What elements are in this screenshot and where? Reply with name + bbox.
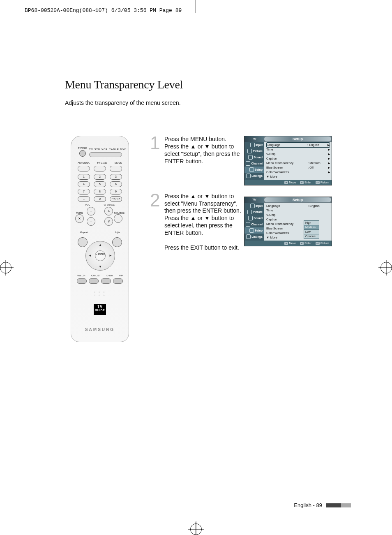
- num-2: 2: [94, 174, 106, 180]
- pip-button: [113, 278, 123, 284]
- osd-pane: Language: English▶Time▶V-Chip▶Caption▶Me…: [264, 142, 332, 180]
- osd-menu-row: Color Weakness▶: [266, 170, 330, 174]
- page-number: English - 89: [294, 502, 322, 508]
- osd-side-item: Sound: [244, 154, 264, 160]
- osd-side-item: Setup: [244, 167, 264, 173]
- osd-title: Setup: [264, 197, 331, 202]
- transparency-option: Opaque: [304, 234, 319, 239]
- transparency-options: HighMediumLowOpaque: [304, 221, 319, 239]
- step-number: 1: [150, 132, 160, 155]
- manual-page: BP68-00520A-00Eng(088~107) 6/3/05 3:56 P…: [0, 0, 392, 535]
- crop-mark: [196, 0, 196, 13]
- osd-tv-badge: TV: [244, 197, 264, 203]
- osd-sidebar: InputPictureSoundChannelSetupListings: [244, 142, 264, 180]
- num-7: 7: [78, 189, 90, 195]
- source-button-icon: [114, 214, 122, 223]
- brand-logo: SAMSUNG: [71, 327, 129, 332]
- pip-label: PIP: [119, 274, 123, 277]
- vol-label: VOL: [85, 204, 90, 206]
- favch-button: [77, 278, 87, 284]
- device-modes-label: TV STB VCR CABLE DVD: [89, 148, 127, 151]
- osd-menu-row: V-Chip▶: [266, 152, 330, 156]
- mode-button: [110, 166, 122, 171]
- osd-side-item: Input: [244, 142, 264, 148]
- enter-button: ↵ ENTER: [95, 250, 106, 261]
- osd-tv-badge: TV: [244, 136, 264, 142]
- osd-side-item: Setup: [244, 227, 264, 234]
- osd-screenshot-2: TVSetup InputPictureSoundChannelSetupLis…: [244, 197, 332, 246]
- intro-text: Adjusts the transparency of the menu scr…: [65, 100, 353, 106]
- antenna-button: [78, 166, 90, 171]
- osd-menu-row: Time: [266, 208, 330, 213]
- registration-mark: [380, 262, 392, 273]
- osd-menu-row: Blue Screen: [266, 226, 330, 231]
- right-arrow-icon: ►: [109, 254, 112, 257]
- tvguide-logo: TVGUIDE: [71, 304, 129, 315]
- osd-menu-row: ▼ More: [266, 174, 330, 179]
- report-label: Report: [80, 231, 88, 234]
- osd-menu-row: Blue Screen: Off▶: [266, 165, 330, 170]
- mute-button-icon: ✕: [75, 214, 84, 223]
- osd-footer: ✦Move ↵Enter ⮐Return: [244, 180, 332, 185]
- favch-label: FAV.CH: [77, 274, 85, 277]
- num-1: 1: [78, 174, 90, 180]
- power-button-icon: [79, 150, 86, 157]
- osd-footer: ✦Move ↵Enter ⮐Return: [244, 241, 332, 246]
- osd-menu-row: V-Chip: [266, 213, 330, 217]
- content-block: Menu Transparency Level Adjusts the tran…: [65, 78, 353, 131]
- osd-menu-row: Menu Transparency: [266, 222, 330, 226]
- osd-menu-row: Time▶: [266, 147, 330, 152]
- menu-button-icon: [78, 237, 88, 247]
- info-label: Info: [115, 231, 120, 234]
- top-row-labels: ANTENNATV GuideMODE: [78, 162, 122, 164]
- num-5: 5: [94, 181, 106, 187]
- osd-menu-row: ▼ More: [266, 235, 330, 240]
- left-arrow-icon: ◄: [88, 254, 92, 257]
- registration-mark: [0, 262, 12, 273]
- osd-sidebar: InputPictureSoundChannelSetupListings: [244, 203, 264, 241]
- osd-side-item: Picture: [244, 148, 264, 154]
- osd-menu-row: Caption: [266, 217, 330, 222]
- source-label: SOURCE: [114, 212, 125, 214]
- dnet-button: [101, 278, 111, 284]
- osd-menu-row: Color Weakness: [266, 231, 330, 235]
- exit-instruction: Press the EXIT button to exit.: [164, 244, 242, 252]
- up-arrow-icon: ▲: [99, 243, 102, 247]
- prech-button: PRE-CH: [110, 196, 122, 202]
- step-number: 2: [150, 189, 160, 212]
- chlist-label: CH LIST: [91, 274, 101, 277]
- num-0: 0: [94, 196, 106, 202]
- ch-label: CH/PAGE: [104, 204, 115, 206]
- crop-mark: [23, 13, 369, 13]
- step-text: Press the ▲ or ▼ button to select "Menu …: [164, 193, 242, 237]
- remote-illustration: POWER TV STB VCR CABLE DVD ANTENNATV Gui…: [71, 136, 129, 342]
- osd-menu-row: Language: English: [266, 204, 330, 208]
- num-6: 6: [110, 181, 122, 187]
- osd-side-item: Channel: [244, 160, 264, 167]
- osd-side-item: Sound: [244, 215, 264, 221]
- dpad: ▲ ▼ ◄ ► ↵ ENTER: [85, 241, 115, 271]
- decorative-dots: ○ ○ ○○ ○ ○: [71, 290, 129, 297]
- num-4: 4: [78, 181, 90, 187]
- osd-side-item: Input: [244, 203, 264, 209]
- osd-title: Setup: [264, 137, 331, 141]
- step-2: 2 Press the ▲ or ▼ button to select "Men…: [150, 193, 242, 252]
- down-arrow-icon: ▼: [99, 265, 102, 269]
- osd-side-item: Listings: [244, 234, 264, 240]
- osd-menu-row: Caption▶: [266, 156, 330, 161]
- osd-side-item: Channel: [244, 221, 264, 227]
- power-label: POWER: [78, 147, 88, 157]
- step-text: Press the MENU button. Press the ▲ or ▼ …: [164, 136, 242, 165]
- instruction-steps: 1 Press the MENU button. Press the ▲ or …: [150, 136, 242, 261]
- osd-side-item: Listings: [244, 173, 264, 179]
- step-1: 1 Press the MENU button. Press the ▲ or …: [150, 136, 242, 165]
- osd-screenshot-1: TVSetup InputPictureSoundChannelSetupLis…: [244, 136, 332, 185]
- osd-pane: Language: EnglishTimeV-ChipCaptionMenu T…: [264, 203, 332, 241]
- num-9: 9: [110, 189, 122, 195]
- page-title: Menu Transparency Level: [65, 78, 353, 91]
- osd-side-item: Picture: [244, 209, 264, 215]
- mute-label: MUTE: [75, 212, 84, 214]
- num-3: 3: [110, 174, 122, 180]
- exit-button-icon: [112, 237, 122, 247]
- chlist-button: [89, 278, 99, 284]
